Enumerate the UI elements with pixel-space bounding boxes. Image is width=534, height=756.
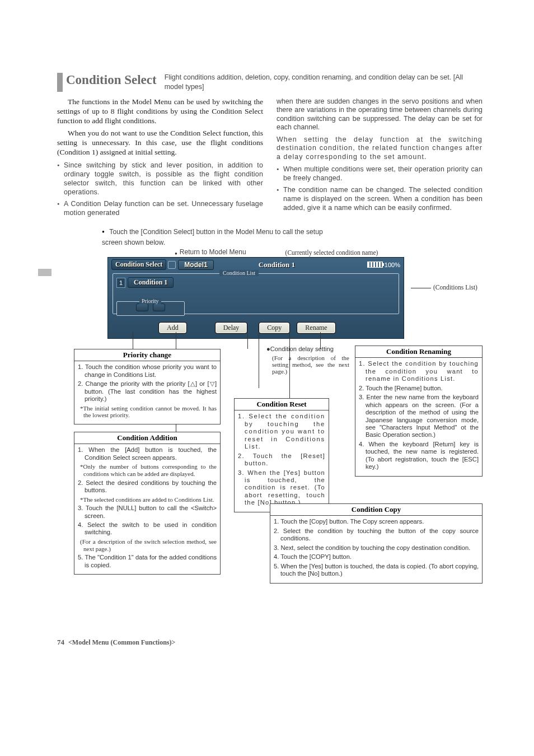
priority-label: Priority — [139, 298, 161, 304]
condition-row-number: 1 — [116, 278, 125, 288]
condition-list-label: Condition List — [219, 270, 259, 276]
copy-step-4: 4. Touch the [COPY] button. — [274, 553, 479, 561]
rename-step-3: 3. Enter the new name from the keyboard … — [359, 394, 479, 439]
callout-current: (Currently selected condition name) — [285, 249, 378, 256]
box-condition-copy: Condition Copy 1. Touch the [Copy] butto… — [270, 503, 483, 583]
page-number: 74 — [57, 638, 64, 646]
reset-step-1: 1. Select the condition by touching the … — [238, 413, 325, 450]
condition-select-button[interactable]: Condition Select — [111, 259, 166, 270]
reset-step-3: 3. When the [Yes] button is touched, the… — [238, 469, 325, 507]
right-bullet-1: When multiple conditions were set, their… — [277, 165, 483, 183]
copy-step-2: 2. Select the condition by touching the … — [274, 528, 479, 543]
box-reset-title: Condition Reset — [235, 399, 329, 410]
left-bullet-1: Since switching by stick and lever posit… — [57, 161, 263, 197]
transmitter-icon — [168, 261, 176, 269]
addition-step-5: 5. The "Condition 1" data for the added … — [78, 554, 217, 569]
footer-section: <Model Menu (Common Functions)> — [68, 638, 175, 646]
box-condition-addition: Condition Addition 1. When the [Add] but… — [74, 432, 221, 575]
box-condition-renaming: Condition Renaming 1. Select the conditi… — [355, 346, 483, 476]
model-label[interactable]: Model1 — [178, 260, 213, 270]
page-subtitle: Flight conditions addition, deletion, co… — [165, 73, 483, 92]
page-footer: 74 <Model Menu (Common Functions)> — [57, 638, 483, 647]
copy-step-5: 5. When the [Yes] button is touched, the… — [274, 563, 479, 578]
intro-p2: When you do not want to use the Conditio… — [57, 129, 263, 157]
box-priority-change: Priority change 1. Touch the condition w… — [74, 349, 221, 424]
page-title: Condition Select — [66, 73, 165, 87]
intro-right: when there are sudden changes in the ser… — [277, 97, 483, 220]
bullet-icon: ● — [102, 229, 107, 234]
condition-row-name-button[interactable]: Condition 1 — [128, 277, 174, 288]
left-bullets: Since switching by stick and lever posit… — [57, 161, 263, 217]
battery-icon — [367, 262, 383, 268]
battery-percent: 100% — [385, 262, 400, 268]
device-screen: Condition Select Model1 Condition 1 100%… — [107, 257, 404, 339]
current-condition-label: Condition 1 — [259, 260, 295, 269]
right-cont2: When setting the delay function at the s… — [277, 136, 483, 162]
intro-p1: The functions in the Model Menu can be u… — [57, 97, 263, 126]
priority-step-1: 1. Touch the condition whose priority yo… — [78, 363, 217, 379]
connector-line — [247, 332, 248, 349]
right-bullets: When multiple conditions were set, their… — [277, 165, 483, 212]
callout-bullet-icon: ● — [175, 251, 177, 256]
condition-list-panel: Condition List 1 Condition 1 Priority — [113, 273, 399, 314]
addition-step-1: 1. When the [Add] button is touched, the… — [78, 446, 217, 461]
box-priority-title: Priority change — [74, 349, 220, 361]
screen-toolbar: Add Delay Copy Rename — [108, 316, 404, 338]
copy-step-3: 3. Next, select the condition by touchin… — [274, 544, 479, 552]
addition-note-2: *The selected conditions are added to Co… — [78, 496, 217, 503]
rename-step-4: 4. When the keyboard [Return] key is tou… — [359, 441, 479, 471]
condition-row-1: 1 Condition 1 — [116, 277, 395, 288]
delay-button[interactable]: Delay — [215, 322, 248, 334]
copy-step-1: 1. Touch the [Copy] button. The Copy scr… — [274, 518, 479, 525]
screen-header: Condition Select Model1 Condition 1 100% — [108, 258, 404, 271]
priority-note: *The initial setting condition cannot be… — [78, 405, 217, 419]
delay-note-head: ●Condition delay setting — [266, 346, 349, 352]
right-cont: when there are sudden changes in the ser… — [277, 97, 483, 132]
callout-row: ● Return to Model Menu (Currently select… — [175, 248, 483, 256]
lower-area: ●Condition delay setting (For a descript… — [57, 342, 483, 633]
box-condition-reset: Condition Reset 1. Select the condition … — [234, 398, 329, 512]
addition-step-2: 2. Select the desired conditions by touc… — [78, 479, 217, 494]
addition-note-1: *Only the number of buttons correspondin… — [78, 463, 217, 477]
battery-indicator: 100% — [367, 262, 400, 268]
connector-line — [133, 332, 133, 349]
touch-note: ● Touch the [Condition Select] button in… — [102, 226, 326, 248]
side-tab — [38, 269, 51, 276]
addition-step-3: 3. Touch the [NULL] button to call the <… — [78, 505, 217, 520]
connector-line — [259, 332, 259, 388]
title-row: Condition Select Flight conditions addit… — [57, 73, 483, 92]
priority-down-button[interactable] — [153, 304, 165, 311]
touch-note-text: Touch the [Condition Select] button in t… — [102, 228, 323, 246]
screenshot-wrap: Condition Select Model1 Condition 1 100%… — [57, 257, 483, 339]
rename-button[interactable]: Rename — [297, 322, 335, 334]
addition-step-4: 4. Select the switch to be used in condi… — [78, 521, 217, 536]
box-copy-title: Condition Copy — [270, 504, 482, 516]
right-bullet-2: The condition name can be changed. The s… — [277, 185, 483, 212]
delay-note-sub: (For a description of the setting method… — [266, 354, 349, 375]
box-addition-title: Condition Addition — [74, 432, 220, 444]
reset-step-2: 2. Touch the [Reset] button. — [238, 452, 325, 468]
copy-button[interactable]: Copy — [259, 322, 290, 334]
priority-up-button[interactable] — [136, 304, 148, 311]
box-rename-title: Condition Renaming — [355, 346, 482, 358]
intro-columns: The functions in the Model Menu can be u… — [57, 97, 483, 220]
priority-panel: Priority — [116, 301, 185, 316]
intro-left: The functions in the Model Menu can be u… — [57, 97, 263, 220]
left-bullet-2: A Condition Delay function can be set. U… — [57, 199, 263, 217]
leader-line — [411, 288, 431, 288]
callout-return: Return to Model Menu — [180, 248, 246, 256]
rename-step-1: 1. Select the condition by touching the … — [359, 360, 479, 382]
priority-step-2: 2. Change the priority with the priority… — [78, 380, 217, 403]
rename-step-2: 2. Touch the [Rename] button. — [359, 385, 479, 392]
delay-note: ●Condition delay setting (For a descript… — [266, 346, 349, 375]
callout-conditions-list: (Conditions List) — [411, 284, 477, 291]
addition-note-3: (For a description of the switch selecti… — [78, 538, 217, 552]
add-button[interactable]: Add — [158, 322, 187, 334]
